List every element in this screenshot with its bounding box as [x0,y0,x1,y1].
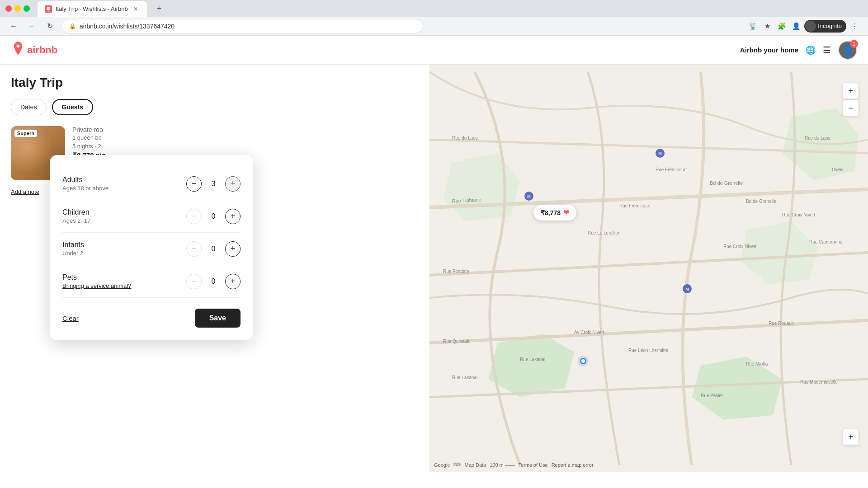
airbnb-logo[interactable]: airbnb [11,41,57,59]
infants-value: 0 [209,245,218,253]
svg-text:Rue Croix Nivert: Rue Croix Nivert [723,244,757,249]
svg-text:Rue Le Letellier: Rue Le Letellier [588,230,620,235]
pets-row: Pets Bringing a service animal? − 0 + [62,265,241,298]
window-minimize-button[interactable] [14,5,21,12]
guests-popup: Adults Ages 18 or above − 3 + Children A… [50,155,253,340]
adults-value: 3 [209,180,218,188]
svg-text:Rue Frémicourt: Rue Frémicourt [619,203,651,208]
adults-row: Adults Ages 18 or above − 3 + [62,168,241,200]
svg-text:Bd de Grenelle: Bd de Grenelle [746,199,776,204]
map-svg: Rue Tiphaine Bd de Grenelle Bd de Grenel… [429,65,868,472]
window-close-button[interactable] [5,5,12,12]
profile-icon-browser[interactable]: 👤 [790,20,802,33]
zoom-in-button[interactable]: + [843,83,859,99]
tab-guests[interactable]: Guests [52,99,93,115]
more-options-icon[interactable]: ⋮ [848,20,861,33]
listing-type: Private roo [72,126,419,133]
children-row: Children Ages 2–17 − 0 + [62,200,241,233]
svg-text:Rue Croix Nivert: Rue Croix Nivert [782,212,816,217]
children-increase-button[interactable]: + [225,209,241,224]
zoom-out-button[interactable]: − [843,100,859,116]
forward-button[interactable]: → [25,20,38,33]
map-scale-label: 100 m —— [490,462,515,468]
active-tab[interactable]: Italy Trip · Wishlists - Airbnb ✕ [37,0,147,17]
incognito-badge[interactable]: Incognito [804,20,846,33]
site-header: airbnb Airbnb your home 🌐 ☰ 👤 1 [0,36,868,65]
infants-label: Infants [62,241,186,249]
service-animal-link[interactable]: Bringing a service animal? [62,282,131,289]
svg-text:Rue Miollis: Rue Miollis [746,361,768,366]
svg-text:Rue Mademoiselle: Rue Mademoiselle [800,380,838,385]
language-globe-icon[interactable]: 🌐 [806,45,816,55]
incognito-label: Incognito [818,23,842,29]
pets-counter: − 0 + [186,274,241,289]
map-expand-button[interactable]: + [843,429,859,445]
map-price-value: ₹8,778 [541,209,561,216]
svg-text:Owen: Owen [832,167,844,172]
adults-label: Adults [62,176,186,184]
map-panel: Rue Tiphaine Bd de Grenelle Bd de Grenel… [429,65,868,472]
adults-info: Adults Ages 18 or above [62,176,186,192]
adults-increase-button[interactable]: + [225,176,241,192]
tab-title: Italy Trip · Wishlists - Airbnb [56,5,128,12]
cast-icon[interactable]: 📡 [746,20,759,33]
listing-nights-info: 5 nights · 2 [72,143,419,150]
hamburger-menu-icon[interactable]: ☰ [823,45,831,56]
infants-sub: Under 2 [62,250,186,257]
logo-text: airbnb [27,44,57,56]
bookmark-icon[interactable]: ★ [761,20,774,33]
infants-counter: − 0 + [186,241,241,257]
window-maximize-button[interactable] [24,5,30,12]
map-background: Rue Tiphaine Bd de Grenelle Bd de Grenel… [429,65,868,472]
adults-decrease-button[interactable]: − [186,176,202,192]
svg-text:Rue Frémicourt: Rue Frémicourt [656,167,687,172]
reload-button[interactable]: ↻ [43,20,56,33]
pets-label: Pets [62,273,186,282]
user-profile-button[interactable]: 👤 1 [838,41,857,60]
map-zoom-controls: + − [843,83,859,116]
tab-dates[interactable]: Dates [11,99,47,115]
infants-decrease-button[interactable]: − [186,241,202,257]
pets-sub: Bringing a service animal? [62,282,186,289]
page-title: Italy Trip [11,75,419,90]
svg-text:Rue Léon Lhermitte: Rue Léon Lhermitte [628,348,668,353]
incognito-avatar [805,21,816,32]
map-price-tag[interactable]: ₹8,778 ❤ [533,205,576,221]
pets-decrease-button[interactable]: − [186,274,202,289]
svg-text:Rue Fondary: Rue Fondary [443,269,469,274]
extensions-icon[interactable]: 🧩 [775,20,788,33]
logo-icon [11,41,25,59]
adults-sub: Ages 18 or above [62,185,186,192]
back-button[interactable]: ← [7,20,20,33]
svg-text:Bd de Grenelle: Bd de Grenelle [710,180,743,186]
infants-increase-button[interactable]: + [225,241,241,257]
children-info: Children Ages 2–17 [62,208,186,224]
children-decrease-button[interactable]: − [186,209,202,224]
save-button[interactable]: Save [195,309,241,328]
address-bar[interactable]: 🔒 airbnb.co.in/wishlists/1337647420 [61,19,423,33]
children-label: Children [62,208,186,216]
notification-badge: 1 [850,40,858,48]
add-note-link[interactable]: Add a note [11,188,39,195]
pets-increase-button[interactable]: + [225,274,241,289]
infants-row: Infants Under 2 − 0 + [62,233,241,265]
children-counter: − 0 + [186,209,241,224]
svg-text:Av Croix Nivert: Av Croix Nivert [574,330,604,335]
svg-text:Rue Lakanal: Rue Lakanal [452,375,477,380]
map-data-label: Map Data [464,462,486,468]
infants-info: Infants Under 2 [62,241,186,257]
airbnb-your-home-button[interactable]: Airbnb your home [740,46,798,54]
svg-text:Rue Rouault: Rue Rouault [769,321,794,326]
map-footer: Google ⌨ Map Data 100 m —— Terms of Use … [434,462,594,468]
tab-close-button[interactable]: ✕ [132,5,140,13]
svg-text:Rue Péclet: Rue Péclet [701,393,723,398]
new-tab-button[interactable]: + [153,2,165,15]
terms-of-use-link[interactable]: Terms of Use [519,462,548,468]
filter-tabs: Dates Guests [11,99,419,115]
report-map-error-link[interactable]: Report a map error [552,462,594,468]
tab-favicon [45,5,52,13]
pets-info: Pets Bringing a service animal? [62,273,186,289]
popup-footer: Clear Save [62,309,241,328]
clear-button[interactable]: Clear [62,314,79,322]
pets-value: 0 [209,277,218,286]
